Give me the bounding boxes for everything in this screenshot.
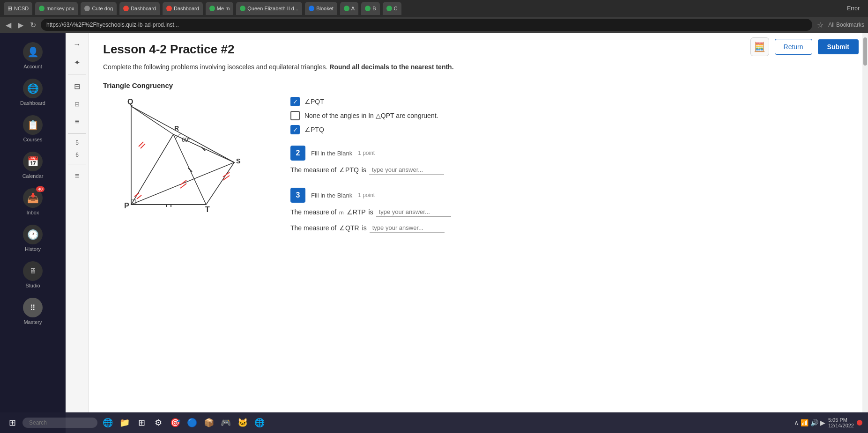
questions-area: ✓ ∠PQT None of the angles in In △QPT are… [290,97,854,246]
sidebar-item-calendar[interactable]: 📅 Calendar [0,147,66,183]
tab-blooket[interactable]: Blooket [305,2,337,15]
separator-2 [68,133,86,134]
svg-text:P: P [124,202,129,210]
tab-monkey-pox[interactable]: monkey pox [35,2,78,15]
return-button[interactable]: Return [775,39,812,55]
menu-btn-2[interactable]: ≡ [69,168,85,184]
instructions-bold: Round all decimals to the nearest tenth. [329,63,453,71]
main-content: 🧮 Return Submit Lesson 4-2 Practice #2 C… [89,33,868,433]
checkbox-group: ✓ ∠PQT None of the angles in In △QPT are… [290,97,854,134]
tab-dashboard1[interactable]: Dashboard [119,2,160,15]
back-btn[interactable]: ◀ [4,20,13,30]
question-2-number: 2 [290,146,305,161]
sidebar-item-courses[interactable]: 📋 Courses [0,110,66,147]
question-3-number: 3 [290,188,305,203]
dashboard-icon: 🌐 [23,79,43,98]
checkbox-item-ptq[interactable]: ✓ ∠PTQ [290,125,854,134]
tab-a[interactable]: A [340,2,358,15]
question-2-header: 2 Fill in the Blank 1 point [290,146,854,161]
history-icon: 🕐 [23,225,43,244]
taskbar-globe-icon[interactable]: 🌐 [101,416,114,429]
diagram-area: Q R S P T 60° [103,97,272,246]
svg-line-11 [137,195,141,199]
svg-line-12 [134,193,139,197]
answer-input-q3a[interactable] [376,207,451,217]
tab-me-m[interactable]: Me m [206,2,234,15]
taskbar-icon-2[interactable]: 🔵 [185,416,199,429]
taskbar-search[interactable] [22,418,97,428]
taskbar-time: 5:05 PM 12/14/2022 [828,417,854,428]
minus-square-btn[interactable]: ⊟ [69,78,85,94]
sidebar-item-dashboard[interactable]: 🌐 Dashboard [0,74,66,110]
sub-m: m [339,209,344,215]
tab-c[interactable]: C [383,2,401,15]
submit-button[interactable]: Submit [818,39,859,54]
sys-icon-1: ∧ [794,419,799,426]
checkbox-item-pqt[interactable]: ✓ ∠PQT [290,97,854,106]
tab-queen[interactable]: Queen Elizabeth II d... [236,2,302,15]
angle-rtp: ∠RTP [347,208,366,216]
taskbar: ⊞ 🌐 📁 ⊞ ⚙ 🎯 🔵 📦 🎮 🐱 🌐 ∧ 📶 🔊 ▶ 5:05 PM 12… [0,412,868,433]
reload-btn[interactable]: ↻ [28,20,38,30]
taskbar-icon-4[interactable]: 🎮 [219,416,232,429]
question-2-type: Fill in the Blank [311,150,352,157]
tab-b[interactable]: B [361,2,379,15]
taskbar-icon-6[interactable]: 🌐 [253,416,266,429]
taskbar-icon-3[interactable]: 📦 [202,416,215,429]
taskbar-settings-icon[interactable]: ⚙ [152,416,165,429]
courses-icon: 📋 [23,115,43,135]
sidebar-item-history[interactable]: 🕐 History [0,220,66,257]
start-button[interactable]: ⊞ [6,416,19,429]
svg-marker-1 [131,134,234,205]
mastery-icon: ⠿ [23,298,43,317]
checkbox-pqt[interactable]: ✓ [290,97,300,106]
answer-input-q2[interactable] [369,165,444,175]
calculator-button[interactable]: 🧮 [750,37,769,56]
star-btn-secondary[interactable]: ✦ [69,54,85,70]
content-grid: Q R S P T 60° ✓ ∠PQT [103,97,854,246]
lesson-title: Lesson 4-2 Practice #2 [103,42,854,57]
answer-input-q3b[interactable] [370,223,445,233]
question-2-text: The measure of ∠PTQ is [290,165,854,175]
inbox-badge: 40 [36,186,45,192]
separator-3 [68,164,86,164]
checkbox-none[interactable] [290,111,300,120]
sidebar-item-inbox[interactable]: 📥 40 Inbox [0,183,66,220]
svg-text:R: R [174,125,179,132]
triangle-diagram: Q R S P T 60° [103,97,244,219]
url-bar[interactable] [41,19,812,31]
angle-ptq: ∠PTQ [339,166,359,174]
sys-icon-speaker: 🔊 [810,419,818,426]
app-wrapper: 👤 Account 🌐 Dashboard 📋 Courses 📅 Calend… [0,33,868,433]
tab-dashboard2[interactable]: Dashboard [163,2,203,15]
browser-nav: ◀ ▶ ↻ ☆ All Bookmarks [0,17,868,33]
taskbar-apps-icon[interactable]: ⊞ [135,416,148,429]
image-btn[interactable]: ⊟ [69,96,85,112]
question-3-type: Fill in the Blank [311,192,352,199]
svg-text:S: S [236,157,240,165]
menu-btn-1[interactable]: ≡ [69,114,85,130]
taskbar-right: ∧ 📶 🔊 ▶ 5:05 PM 12/14/2022 [794,417,862,428]
scrollbar-track[interactable] [862,33,868,433]
checkbox-item-none[interactable]: None of the angles in In △QPT are congru… [290,111,854,120]
number-5: 5 [75,138,79,148]
checkbox-ptq[interactable]: ✓ [290,125,300,134]
arrow-right-btn[interactable]: → [69,37,85,52]
tab-cute-dog[interactable]: Cute dog [81,2,117,15]
forward-btn[interactable]: ▶ [16,20,25,30]
top-action-bar: 🧮 Return Submit [750,37,859,56]
sidebar-item-studio[interactable]: 🖥 Studio [0,257,66,293]
taskbar-icon-5[interactable]: 🐱 [236,416,249,429]
taskbar-folder-icon[interactable]: 📁 [118,416,131,429]
taskbar-icon-1[interactable]: 🎯 [169,416,182,429]
sidebar-item-mastery[interactable]: ⠿ Mastery [0,293,66,330]
scrollbar-thumb[interactable] [863,37,867,66]
question-3-block: 3 Fill in the Blank 1 point The measure … [290,188,854,233]
star-btn[interactable]: ☆ [815,20,825,30]
tab-ncsd[interactable]: ⊞ NCSD [4,2,32,15]
browser-tab-bar[interactable]: ⊞ NCSD monkey pox Cute dog Dashboard Das… [0,0,868,17]
svg-text:Q: Q [127,98,133,106]
sidebar-item-account[interactable]: 👤 Account [0,37,66,74]
bookmarks-label: All Bookmarks [828,22,864,28]
svg-text:60°: 60° [182,137,190,143]
